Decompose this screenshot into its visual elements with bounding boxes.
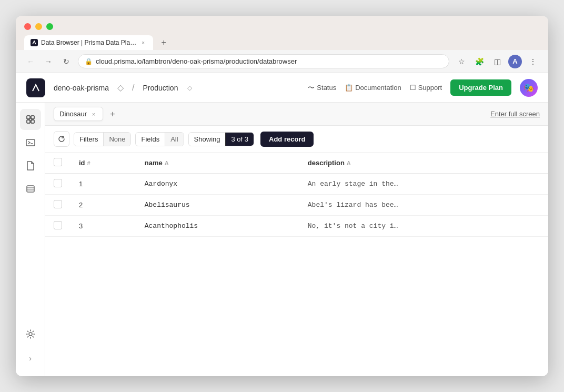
tab-strip: Dinosaur × + Enter full screen bbox=[45, 103, 548, 126]
row-checkbox-cell[interactable] bbox=[45, 195, 70, 216]
table-container: id # name A bbox=[45, 153, 548, 376]
row-name: Acanthopholis bbox=[136, 216, 299, 237]
table-body: 1 Aardonyx An early stage in the… 2 Abel… bbox=[45, 174, 548, 237]
upgrade-plan-button[interactable]: Upgrade Plan bbox=[450, 79, 511, 96]
browser-tab-bar: Data Browser | Prisma Data Pla… × + bbox=[24, 35, 540, 50]
name-column-label: name bbox=[145, 159, 163, 167]
header-actions: 〜 Status 📋 Documentation ☐ Support Upgra… bbox=[308, 79, 538, 97]
data-tab-dinosaur[interactable]: Dinosaur × bbox=[54, 107, 103, 121]
project-name[interactable]: deno-oak-prisma bbox=[54, 84, 109, 92]
row-description: An early stage in the… bbox=[299, 174, 548, 195]
maximize-window-button[interactable] bbox=[46, 23, 53, 30]
docs-label: Documentation bbox=[355, 84, 401, 92]
row-checkbox-cell[interactable] bbox=[45, 216, 70, 237]
data-tab-label: Dinosaur bbox=[59, 110, 87, 118]
table-row[interactable]: 3 Acanthopholis No, it's not a city i… bbox=[45, 216, 548, 237]
app-header: deno-oak-prisma ◇ / Production ◇ 〜 Statu… bbox=[16, 73, 548, 103]
filters-value: None bbox=[103, 133, 130, 146]
forward-button[interactable]: → bbox=[42, 55, 55, 68]
select-all-column[interactable] bbox=[45, 153, 70, 174]
breadcrumb-separator: / bbox=[132, 83, 134, 93]
name-column-header[interactable]: name A bbox=[136, 153, 299, 174]
split-view-icon[interactable]: ◫ bbox=[490, 55, 504, 68]
fields-value: All bbox=[165, 133, 183, 146]
table-row[interactable]: 2 Abelisaurus Abel's lizard has bee… bbox=[45, 195, 548, 216]
user-avatar[interactable]: 🎭 bbox=[520, 79, 538, 97]
sidebar-collapse-button[interactable]: › bbox=[23, 351, 38, 366]
support-link[interactable]: ☐ Support bbox=[410, 84, 442, 92]
chrome-user-avatar[interactable]: A bbox=[508, 55, 522, 68]
svg-rect-1 bbox=[31, 116, 34, 119]
breadcrumb-chevron: ◇ bbox=[117, 83, 124, 93]
bookmark-icon[interactable]: ☆ bbox=[455, 55, 468, 68]
fullscreen-link[interactable]: Enter full screen bbox=[490, 110, 540, 118]
address-actions: ☆ 🧩 ◫ A ⋮ bbox=[455, 55, 540, 68]
sidebar-item-database[interactable] bbox=[20, 178, 41, 199]
toolbar: Filters None Fields All Showing 3 of 3 A… bbox=[45, 126, 548, 153]
reload-button[interactable]: ↻ bbox=[60, 55, 73, 68]
fields-group: Fields All bbox=[135, 132, 184, 146]
tab-favicon bbox=[31, 39, 38, 46]
sidebar: › bbox=[16, 103, 45, 376]
support-icon: ☐ bbox=[410, 84, 416, 92]
sidebar-item-data-browser[interactable] bbox=[20, 109, 41, 130]
docs-link[interactable]: 📋 Documentation bbox=[345, 84, 401, 92]
description-sort-icon: A bbox=[347, 160, 351, 166]
id-sort-icon: # bbox=[87, 160, 90, 166]
sidebar-item-terminal[interactable] bbox=[20, 132, 41, 153]
row-id: 2 bbox=[70, 195, 136, 216]
main-layout: › Dinosaur × + Enter full screen bbox=[16, 103, 548, 376]
traffic-lights bbox=[24, 23, 540, 30]
row-checkbox[interactable] bbox=[54, 179, 62, 187]
extensions-icon[interactable]: 🧩 bbox=[472, 55, 486, 68]
svg-point-8 bbox=[29, 333, 32, 336]
back-button[interactable]: ← bbox=[24, 55, 37, 68]
refresh-button[interactable] bbox=[54, 131, 69, 147]
lock-icon: 🔒 bbox=[85, 58, 93, 65]
fields-label[interactable]: Fields bbox=[136, 133, 165, 146]
filters-label[interactable]: Filters bbox=[74, 133, 103, 146]
tab-close-button[interactable]: × bbox=[139, 39, 147, 46]
row-checkbox-cell[interactable] bbox=[45, 174, 70, 195]
add-data-tab-button[interactable]: + bbox=[105, 107, 120, 122]
status-label: Status bbox=[317, 84, 336, 92]
close-window-button[interactable] bbox=[24, 23, 31, 30]
status-icon: 〜 bbox=[308, 83, 315, 93]
id-column-header[interactable]: id # bbox=[70, 153, 136, 174]
id-column-label: id bbox=[79, 159, 85, 167]
svg-rect-0 bbox=[27, 116, 30, 119]
row-description: Abel's lizard has bee… bbox=[299, 195, 548, 216]
row-checkbox[interactable] bbox=[54, 200, 62, 208]
docs-icon: 📋 bbox=[345, 84, 353, 92]
table-head: id # name A bbox=[45, 153, 548, 174]
environment-chevron: ◇ bbox=[187, 84, 192, 92]
minimize-window-button[interactable] bbox=[35, 23, 42, 30]
select-all-checkbox[interactable] bbox=[54, 158, 62, 166]
row-id: 1 bbox=[70, 174, 136, 195]
row-checkbox[interactable] bbox=[54, 221, 62, 229]
sidebar-item-document[interactable] bbox=[20, 155, 41, 176]
row-id: 3 bbox=[70, 216, 136, 237]
url-bar[interactable]: 🔒 cloud.prisma.io/lambtron/deno-oak-pris… bbox=[78, 54, 449, 68]
data-tab-close[interactable]: × bbox=[90, 110, 97, 118]
svg-rect-3 bbox=[31, 120, 34, 123]
browser-tab[interactable]: Data Browser | Prisma Data Pla… × bbox=[24, 35, 153, 50]
more-options-button[interactable]: ⋮ bbox=[526, 55, 540, 68]
sidebar-item-settings[interactable] bbox=[20, 324, 41, 345]
address-bar: ← → ↻ 🔒 cloud.prisma.io/lambtron/deno-oa… bbox=[16, 50, 548, 73]
tab-strip-left: Dinosaur × + bbox=[54, 107, 120, 122]
showing-value: 3 of 3 bbox=[225, 133, 254, 146]
environment-name[interactable]: Production bbox=[143, 84, 178, 92]
new-tab-button[interactable]: + bbox=[156, 35, 171, 50]
url-text: cloud.prisma.io/lambtron/deno-oak-prisma… bbox=[96, 57, 297, 65]
app-content: deno-oak-prisma ◇ / Production ◇ 〜 Statu… bbox=[16, 73, 548, 376]
add-record-button[interactable]: Add record bbox=[260, 132, 314, 147]
row-description: No, it's not a city i… bbox=[299, 216, 548, 237]
svg-rect-2 bbox=[27, 120, 30, 123]
showing-label: Showing bbox=[189, 133, 226, 146]
description-column-header[interactable]: description A bbox=[299, 153, 548, 174]
title-bar: Data Browser | Prisma Data Pla… × + bbox=[16, 16, 548, 50]
table-row[interactable]: 1 Aardonyx An early stage in the… bbox=[45, 174, 548, 195]
filters-group: Filters None bbox=[74, 132, 131, 146]
status-link[interactable]: 〜 Status bbox=[308, 83, 336, 93]
